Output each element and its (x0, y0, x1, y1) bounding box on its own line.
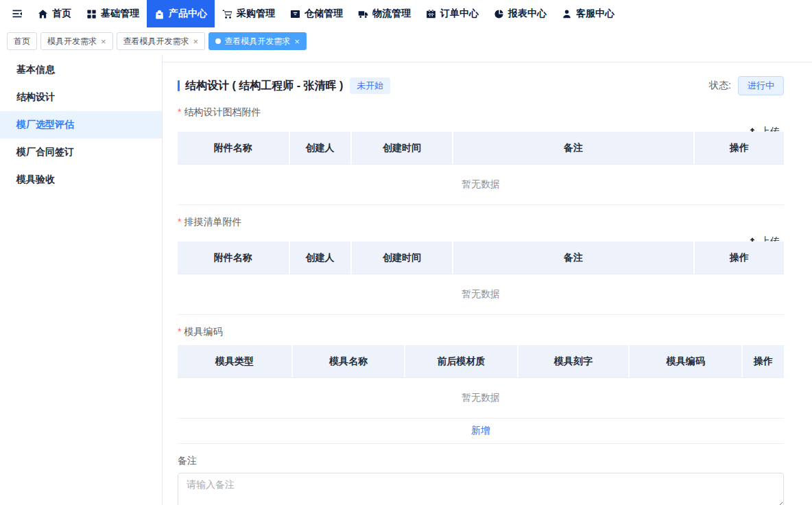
content-panel: 结构设计 ( 结构工程师 - 张清晖 ) 未开始 状态: 进行中 *结构设计图档… (163, 62, 812, 505)
nav-item-warehouse-management[interactable]: 仓储管理 (283, 0, 350, 27)
sidebar-item-structure-design[interactable]: 结构设计 (0, 84, 162, 111)
table-header-row: 模具类型 模具名称 前后模材质 模具刻字 模具编码 操作 (178, 345, 784, 378)
modules-grid-icon (86, 9, 97, 19)
sidebar-item-basic-info[interactable]: 基本信息 (0, 56, 162, 84)
col-header-actions: 操作 (743, 345, 784, 377)
add-row-link[interactable]: 新增 (471, 425, 490, 437)
upload-icon (748, 237, 757, 242)
design-attachments-table: 附件名称 创建人 创建时间 备注 操作 暂无数据 (178, 132, 784, 205)
product-bag-icon (154, 9, 165, 19)
upload-button-clipped-2: 上传 (178, 234, 784, 242)
nav-item-purchase-management[interactable]: 采购管理 (215, 0, 283, 27)
warehouse-box-icon (290, 9, 300, 19)
section-header: 结构设计 ( 结构工程师 - 张清晖 ) 未开始 状态: 进行中 (178, 76, 784, 95)
remark-textarea[interactable] (178, 473, 784, 505)
nav-item-customer-service-center[interactable]: 客服中心 (554, 0, 622, 27)
order-calendar-icon (426, 9, 436, 19)
table-footer: 新增 (178, 419, 784, 444)
sidebar-item-mold-acceptance[interactable]: 模具验收 (0, 166, 162, 193)
table-header-row: 附件名称 创建人 创建时间 备注 操作 (178, 132, 784, 165)
status-in-progress-button[interactable]: 进行中 (738, 76, 784, 95)
empty-data-placeholder: 暂无数据 (178, 274, 784, 315)
status-area: 状态: 进行中 (709, 76, 784, 95)
col-header-mold-engraving: 模具刻字 (518, 345, 630, 377)
home-icon (38, 9, 48, 19)
upload-button-clipped-1: 上传 (178, 124, 784, 132)
section-title: 结构设计 ( 结构工程师 - 张清晖 ) (185, 79, 343, 93)
remark-label: 备注 (178, 455, 784, 467)
col-header-mold-name: 模具名称 (293, 345, 405, 377)
col-header-mold-code: 模具编码 (630, 345, 742, 377)
nav-item-product-center[interactable]: 产品中心 (147, 0, 215, 27)
tag-view-mold-dev-requirement-active[interactable]: 查看模具开发需求 × (208, 32, 307, 50)
checklist-attachments-table: 附件名称 创建人 创建时间 备注 操作 暂无数据 (178, 242, 784, 315)
title-accent-bar (178, 80, 180, 91)
required-mark: * (178, 106, 181, 117)
col-header-front-back-material: 前后模材质 (405, 345, 518, 377)
field-label-design-attachments: *结构设计图档附件 (178, 106, 784, 119)
tag-view-mold-dev-requirement[interactable]: 查看模具开发需求 × (117, 32, 206, 50)
nav-item-order-center[interactable]: 订单中心 (418, 0, 486, 27)
required-mark: * (178, 326, 181, 337)
nav-item-logistics-management[interactable]: 物流管理 (350, 0, 418, 27)
status-label: 状态: (709, 80, 731, 92)
upload-button[interactable]: 上传 (748, 234, 784, 242)
upload-button[interactable]: 上传 (748, 124, 784, 132)
nav-item-home[interactable]: 首页 (30, 0, 79, 27)
tags-view-bar: 首页 模具开发需求 × 查看模具开发需求 × 查看模具开发需求 × (0, 27, 812, 55)
main-layout: 基本信息 结构设计 模厂选型评估 模厂合同签订 模具验收 结构设计 ( 结构工程… (0, 55, 812, 505)
close-icon[interactable]: × (193, 37, 199, 46)
col-header-attachment-name: 附件名称 (178, 242, 290, 274)
nav-item-report-center[interactable]: 报表中心 (486, 0, 554, 27)
status-badge-not-started: 未开始 (350, 78, 390, 94)
close-icon[interactable]: × (294, 37, 300, 46)
col-header-actions: 操作 (695, 132, 784, 164)
nav-item-basic-management[interactable]: 基础管理 (79, 0, 147, 27)
mold-code-table: 模具类型 模具名称 前后模材质 模具刻字 模具编码 操作 暂无数据 新增 (178, 345, 784, 444)
customer-service-icon (562, 9, 572, 19)
cart-icon (222, 9, 232, 19)
menu-fold-button[interactable] (4, 0, 30, 27)
col-header-attachment-name: 附件名称 (178, 132, 290, 164)
col-header-creator: 创建人 (290, 242, 352, 274)
col-header-create-time: 创建时间 (352, 132, 454, 164)
sidebar-item-mold-factory-contract[interactable]: 模厂合同签订 (0, 139, 162, 166)
col-header-mold-type: 模具类型 (178, 345, 293, 377)
tag-home[interactable]: 首页 (7, 32, 37, 50)
required-mark: * (178, 216, 181, 227)
close-icon[interactable]: × (101, 37, 106, 46)
truck-icon (358, 9, 368, 19)
col-header-creator: 创建人 (290, 132, 352, 164)
field-label-checklist-attachments: *排摸清单附件 (178, 216, 784, 228)
field-label-mold-code: *模具编码 (178, 326, 784, 338)
empty-data-placeholder: 暂无数据 (178, 378, 784, 419)
empty-data-placeholder: 暂无数据 (178, 165, 784, 205)
col-header-create-time: 创建时间 (352, 242, 454, 274)
upload-icon (748, 127, 757, 132)
col-header-remark: 备注 (453, 242, 695, 274)
step-sidebar: 基本信息 结构设计 模厂选型评估 模厂合同签订 模具验收 (0, 55, 163, 505)
sidebar-item-mold-factory-selection[interactable]: 模厂选型评估 (0, 111, 162, 139)
pie-chart-icon (494, 9, 504, 19)
active-dot-icon (215, 38, 221, 44)
menu-fold-icon (11, 8, 23, 19)
col-header-remark: 备注 (453, 132, 695, 164)
col-header-actions: 操作 (695, 242, 784, 274)
tag-mold-dev-requirement[interactable]: 模具开发需求 × (40, 32, 113, 50)
table-header-row: 附件名称 创建人 创建时间 备注 操作 (178, 242, 784, 274)
top-navbar: 首页 基础管理 产品中心 采购管理 仓储管理 物流管理 订单中心 报表中心 客服… (0, 0, 812, 27)
